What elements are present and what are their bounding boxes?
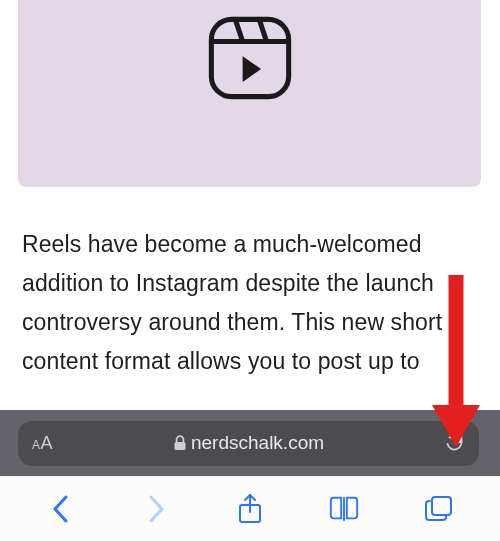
reels-icon xyxy=(200,8,300,108)
address-bar-row: AA nerdschalk.com xyxy=(0,410,500,476)
tabs-button[interactable] xyxy=(417,487,461,531)
back-button[interactable] xyxy=(39,487,83,531)
reader-text-size-button[interactable]: AA xyxy=(32,433,53,454)
reload-button[interactable] xyxy=(444,432,465,454)
lock-icon xyxy=(173,435,187,451)
safari-toolbar: AA nerdschalk.com xyxy=(0,410,500,541)
svg-rect-0 xyxy=(211,19,288,96)
url-domain[interactable]: nerdschalk.com xyxy=(53,432,444,454)
svg-rect-7 xyxy=(432,497,451,515)
svg-rect-3 xyxy=(174,442,185,450)
domain-text: nerdschalk.com xyxy=(191,432,324,454)
article-body: Reels have become a much-welcomed additi… xyxy=(0,187,500,381)
article-paragraph: Reels have become a much-welcomed additi… xyxy=(22,231,442,374)
article-hero xyxy=(18,0,481,187)
bottom-nav xyxy=(0,476,500,541)
share-button[interactable] xyxy=(228,487,272,531)
address-pill[interactable]: AA nerdschalk.com xyxy=(18,421,479,466)
bookmarks-button[interactable] xyxy=(322,487,366,531)
forward-button[interactable] xyxy=(134,487,178,531)
